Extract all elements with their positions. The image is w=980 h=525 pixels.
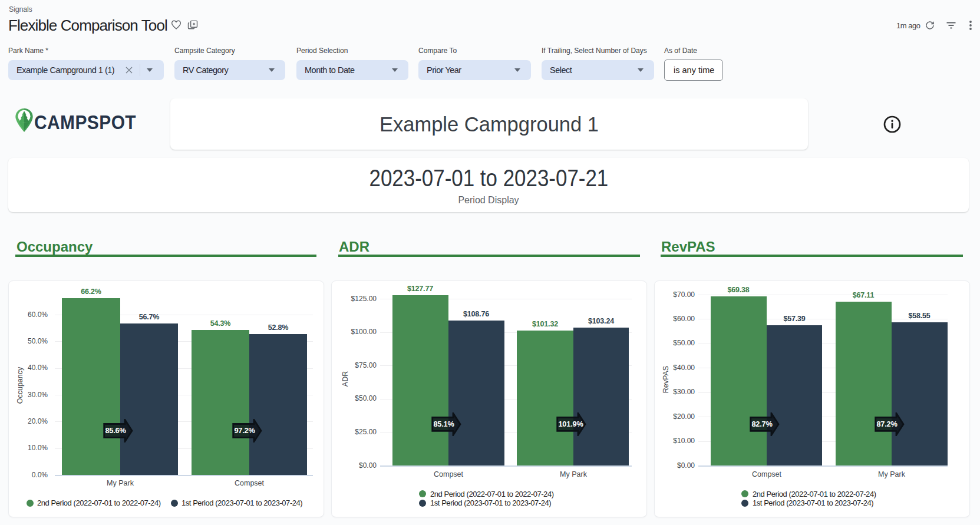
svg-text:85.1%: 85.1% [433,420,454,428]
svg-text:85.6%: 85.6% [105,426,126,435]
svg-text:101.9%: 101.9% [558,420,583,428]
svg-text:97.2%: 97.2% [234,426,255,435]
svg-text:87.2%: 87.2% [876,420,897,428]
svg-text:82.7%: 82.7% [751,420,773,428]
